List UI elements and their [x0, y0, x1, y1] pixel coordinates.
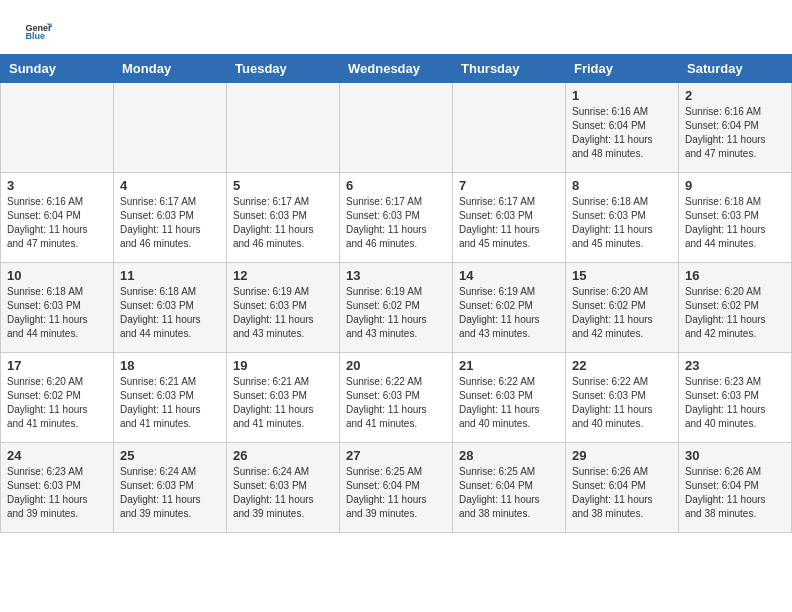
calendar-cell: 8Sunrise: 6:18 AM Sunset: 6:03 PM Daylig… — [566, 173, 679, 263]
day-number: 21 — [459, 358, 559, 373]
day-number: 11 — [120, 268, 220, 283]
calendar-cell: 22Sunrise: 6:22 AM Sunset: 6:03 PM Dayli… — [566, 353, 679, 443]
calendar-cell: 12Sunrise: 6:19 AM Sunset: 6:03 PM Dayli… — [227, 263, 340, 353]
day-info: Sunrise: 6:24 AM Sunset: 6:03 PM Dayligh… — [233, 465, 333, 521]
calendar-cell: 13Sunrise: 6:19 AM Sunset: 6:02 PM Dayli… — [340, 263, 453, 353]
day-info: Sunrise: 6:16 AM Sunset: 6:04 PM Dayligh… — [685, 105, 785, 161]
calendar-cell: 14Sunrise: 6:19 AM Sunset: 6:02 PM Dayli… — [453, 263, 566, 353]
calendar-week-2: 3Sunrise: 6:16 AM Sunset: 6:04 PM Daylig… — [1, 173, 792, 263]
day-number: 8 — [572, 178, 672, 193]
calendar-cell: 15Sunrise: 6:20 AM Sunset: 6:02 PM Dayli… — [566, 263, 679, 353]
day-number: 9 — [685, 178, 785, 193]
day-info: Sunrise: 6:18 AM Sunset: 6:03 PM Dayligh… — [7, 285, 107, 341]
day-number: 16 — [685, 268, 785, 283]
calendar-cell: 9Sunrise: 6:18 AM Sunset: 6:03 PM Daylig… — [679, 173, 792, 263]
calendar-cell: 4Sunrise: 6:17 AM Sunset: 6:03 PM Daylig… — [114, 173, 227, 263]
header-tuesday: Tuesday — [227, 55, 340, 83]
day-info: Sunrise: 6:18 AM Sunset: 6:03 PM Dayligh… — [120, 285, 220, 341]
day-number: 12 — [233, 268, 333, 283]
day-info: Sunrise: 6:21 AM Sunset: 6:03 PM Dayligh… — [120, 375, 220, 431]
calendar-cell: 27Sunrise: 6:25 AM Sunset: 6:04 PM Dayli… — [340, 443, 453, 533]
calendar-cell: 3Sunrise: 6:16 AM Sunset: 6:04 PM Daylig… — [1, 173, 114, 263]
day-number: 23 — [685, 358, 785, 373]
day-info: Sunrise: 6:19 AM Sunset: 6:03 PM Dayligh… — [233, 285, 333, 341]
day-number: 30 — [685, 448, 785, 463]
calendar-cell: 23Sunrise: 6:23 AM Sunset: 6:03 PM Dayli… — [679, 353, 792, 443]
calendar-week-4: 17Sunrise: 6:20 AM Sunset: 6:02 PM Dayli… — [1, 353, 792, 443]
day-info: Sunrise: 6:22 AM Sunset: 6:03 PM Dayligh… — [572, 375, 672, 431]
calendar-cell: 1Sunrise: 6:16 AM Sunset: 6:04 PM Daylig… — [566, 83, 679, 173]
day-info: Sunrise: 6:17 AM Sunset: 6:03 PM Dayligh… — [459, 195, 559, 251]
day-info: Sunrise: 6:23 AM Sunset: 6:03 PM Dayligh… — [7, 465, 107, 521]
calendar-cell: 16Sunrise: 6:20 AM Sunset: 6:02 PM Dayli… — [679, 263, 792, 353]
day-number: 25 — [120, 448, 220, 463]
day-number: 15 — [572, 268, 672, 283]
day-number: 20 — [346, 358, 446, 373]
day-number: 10 — [7, 268, 107, 283]
calendar-cell — [114, 83, 227, 173]
day-number: 28 — [459, 448, 559, 463]
day-number: 22 — [572, 358, 672, 373]
day-info: Sunrise: 6:18 AM Sunset: 6:03 PM Dayligh… — [685, 195, 785, 251]
logo: General Blue — [24, 18, 52, 46]
calendar-cell — [227, 83, 340, 173]
day-number: 5 — [233, 178, 333, 193]
day-number: 19 — [233, 358, 333, 373]
calendar-cell: 20Sunrise: 6:22 AM Sunset: 6:03 PM Dayli… — [340, 353, 453, 443]
header-sunday: Sunday — [1, 55, 114, 83]
calendar-cell: 7Sunrise: 6:17 AM Sunset: 6:03 PM Daylig… — [453, 173, 566, 263]
calendar-cell: 24Sunrise: 6:23 AM Sunset: 6:03 PM Dayli… — [1, 443, 114, 533]
calendar-cell: 28Sunrise: 6:25 AM Sunset: 6:04 PM Dayli… — [453, 443, 566, 533]
calendar-cell: 10Sunrise: 6:18 AM Sunset: 6:03 PM Dayli… — [1, 263, 114, 353]
calendar-cell: 11Sunrise: 6:18 AM Sunset: 6:03 PM Dayli… — [114, 263, 227, 353]
day-info: Sunrise: 6:17 AM Sunset: 6:03 PM Dayligh… — [120, 195, 220, 251]
day-info: Sunrise: 6:20 AM Sunset: 6:02 PM Dayligh… — [685, 285, 785, 341]
header-wednesday: Wednesday — [340, 55, 453, 83]
calendar-cell: 5Sunrise: 6:17 AM Sunset: 6:03 PM Daylig… — [227, 173, 340, 263]
day-info: Sunrise: 6:26 AM Sunset: 6:04 PM Dayligh… — [685, 465, 785, 521]
calendar-cell: 25Sunrise: 6:24 AM Sunset: 6:03 PM Dayli… — [114, 443, 227, 533]
calendar-cell: 30Sunrise: 6:26 AM Sunset: 6:04 PM Dayli… — [679, 443, 792, 533]
day-number: 24 — [7, 448, 107, 463]
calendar-cell: 26Sunrise: 6:24 AM Sunset: 6:03 PM Dayli… — [227, 443, 340, 533]
day-number: 7 — [459, 178, 559, 193]
day-info: Sunrise: 6:22 AM Sunset: 6:03 PM Dayligh… — [346, 375, 446, 431]
day-number: 4 — [120, 178, 220, 193]
day-info: Sunrise: 6:25 AM Sunset: 6:04 PM Dayligh… — [346, 465, 446, 521]
header-friday: Friday — [566, 55, 679, 83]
day-info: Sunrise: 6:16 AM Sunset: 6:04 PM Dayligh… — [572, 105, 672, 161]
day-info: Sunrise: 6:22 AM Sunset: 6:03 PM Dayligh… — [459, 375, 559, 431]
calendar-cell: 29Sunrise: 6:26 AM Sunset: 6:04 PM Dayli… — [566, 443, 679, 533]
logo-icon: General Blue — [24, 18, 52, 46]
day-info: Sunrise: 6:16 AM Sunset: 6:04 PM Dayligh… — [7, 195, 107, 251]
calendar-week-1: 1Sunrise: 6:16 AM Sunset: 6:04 PM Daylig… — [1, 83, 792, 173]
calendar-cell — [340, 83, 453, 173]
calendar-week-5: 24Sunrise: 6:23 AM Sunset: 6:03 PM Dayli… — [1, 443, 792, 533]
day-number: 1 — [572, 88, 672, 103]
calendar-cell: 17Sunrise: 6:20 AM Sunset: 6:02 PM Dayli… — [1, 353, 114, 443]
calendar-cell: 18Sunrise: 6:21 AM Sunset: 6:03 PM Dayli… — [114, 353, 227, 443]
header-saturday: Saturday — [679, 55, 792, 83]
day-number: 6 — [346, 178, 446, 193]
day-number: 27 — [346, 448, 446, 463]
day-number: 17 — [7, 358, 107, 373]
svg-text:Blue: Blue — [25, 31, 45, 41]
calendar-cell — [453, 83, 566, 173]
day-info: Sunrise: 6:17 AM Sunset: 6:03 PM Dayligh… — [233, 195, 333, 251]
day-info: Sunrise: 6:21 AM Sunset: 6:03 PM Dayligh… — [233, 375, 333, 431]
day-number: 13 — [346, 268, 446, 283]
calendar-week-3: 10Sunrise: 6:18 AM Sunset: 6:03 PM Dayli… — [1, 263, 792, 353]
day-number: 2 — [685, 88, 785, 103]
calendar-cell — [1, 83, 114, 173]
calendar-cell: 2Sunrise: 6:16 AM Sunset: 6:04 PM Daylig… — [679, 83, 792, 173]
day-info: Sunrise: 6:18 AM Sunset: 6:03 PM Dayligh… — [572, 195, 672, 251]
calendar-cell: 19Sunrise: 6:21 AM Sunset: 6:03 PM Dayli… — [227, 353, 340, 443]
header-monday: Monday — [114, 55, 227, 83]
day-info: Sunrise: 6:19 AM Sunset: 6:02 PM Dayligh… — [459, 285, 559, 341]
day-number: 29 — [572, 448, 672, 463]
day-info: Sunrise: 6:17 AM Sunset: 6:03 PM Dayligh… — [346, 195, 446, 251]
page-header: General Blue — [0, 0, 792, 54]
day-number: 14 — [459, 268, 559, 283]
day-number: 18 — [120, 358, 220, 373]
header-thursday: Thursday — [453, 55, 566, 83]
